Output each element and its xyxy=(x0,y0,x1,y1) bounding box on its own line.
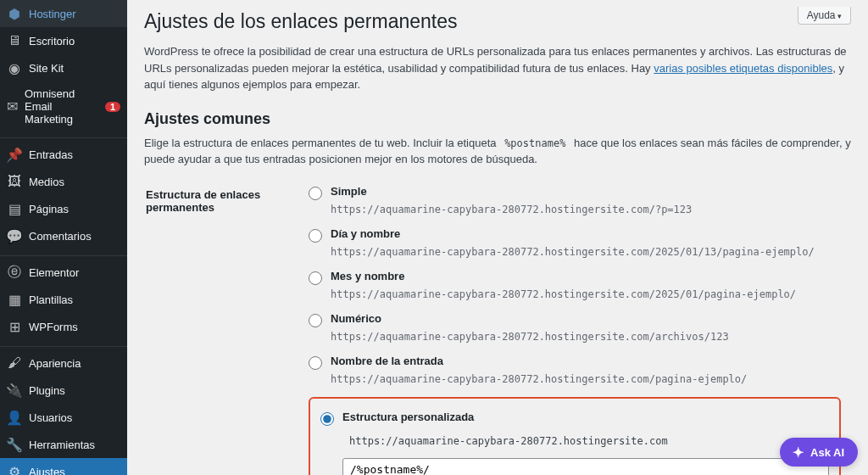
example-url-1: https://aquamarine-capybara-280772.hosti… xyxy=(331,246,841,258)
sidebar-label: Herramientas xyxy=(29,439,95,451)
settings-icon-0: 🖌 xyxy=(7,355,22,371)
intro-text: WordPress te ofrece la posibilidad de cr… xyxy=(144,43,851,93)
radio-custom-label: Estructura personalizada xyxy=(342,411,474,423)
sidebar-label: Elementor xyxy=(29,266,79,279)
sidebar-item-top-3[interactable]: ✉Omnisend Email Marketing1 xyxy=(0,81,127,131)
sparkle-icon: ✦ xyxy=(790,444,805,460)
radio-label-1: Día y nombre xyxy=(331,227,400,240)
sidebar-item-content-1[interactable]: 🖼Medios xyxy=(0,168,127,195)
radio-label-3: Numérico xyxy=(331,312,381,325)
radio-option-2[interactable] xyxy=(309,271,322,285)
radio-option-1[interactable] xyxy=(309,229,322,243)
builders-icon-2: ⊞ xyxy=(7,319,22,334)
sidebar-label: Medios xyxy=(29,176,64,188)
sidebar-item-content-3[interactable]: 💬Comentarios xyxy=(0,222,127,249)
page-title: Ajustes de los enlaces permanentes xyxy=(144,0,851,36)
radio-custom[interactable] xyxy=(320,412,334,426)
tags-help-link[interactable]: varias posibles etiquetas disponibles xyxy=(654,62,832,75)
sidebar-item-settings-0[interactable]: 🖌Apariencia xyxy=(0,349,127,377)
top-icon-1: 🖥 xyxy=(7,33,22,48)
example-url-0: https://aquamarine-capybara-280772.hosti… xyxy=(331,204,841,215)
content-icon-1: 🖼 xyxy=(7,174,22,189)
builders-icon-0: ⓔ xyxy=(7,265,22,280)
sidebar-item-builders-1[interactable]: ▦Plantillas xyxy=(0,286,127,313)
content-icon-0: 📌 xyxy=(7,147,22,162)
sidebar-label: Usuarios xyxy=(29,411,72,424)
sidebar-item-top-2[interactable]: ◉Site Kit xyxy=(0,54,127,81)
custom-structure-box: Estructura personalizada https://aquamar… xyxy=(309,397,841,476)
sidebar-item-top-0[interactable]: ⬢Hostinger xyxy=(0,0,127,27)
sidebar-item-content-0[interactable]: 📌Entradas xyxy=(0,141,127,168)
structure-label: Estructura de enlaces permanentes xyxy=(146,180,298,476)
ask-ai-button[interactable]: ✦ Ask AI xyxy=(780,438,858,467)
example-url-3: https://aquamarine-capybara-280772.hosti… xyxy=(331,331,841,343)
sidebar-label: Ajustes xyxy=(29,466,65,476)
sidebar-item-settings-1[interactable]: 🔌Plugins xyxy=(0,377,127,404)
sidebar-item-settings-4[interactable]: ⚙Ajustes xyxy=(0,458,127,475)
sidebar-item-settings-3[interactable]: 🔧Herramientas xyxy=(0,431,127,458)
content-icon-2: ▤ xyxy=(7,201,22,216)
sidebar-label: WPForms xyxy=(29,321,78,333)
settings-icon-2: 👤 xyxy=(7,410,22,425)
top-icon-0: ⬢ xyxy=(7,6,22,21)
example-url-4: https://aquamarine-capybara-280772.hosti… xyxy=(331,373,841,385)
builders-icon-1: ▦ xyxy=(7,292,22,307)
radio-label-0: Simple xyxy=(331,185,367,198)
settings-icon-1: 🔌 xyxy=(7,383,22,398)
sidebar-label: Plugins xyxy=(29,384,65,397)
help-tab[interactable]: Ayuda xyxy=(798,7,851,25)
radio-option-3[interactable] xyxy=(309,314,322,327)
main-content: Ayuda Ajustes de los enlaces permanentes… xyxy=(127,0,868,475)
sidebar-item-settings-2[interactable]: 👤Usuarios xyxy=(0,404,127,431)
sidebar-item-builders-0[interactable]: ⓔElementor xyxy=(0,259,127,286)
sidebar-label: Apariencia xyxy=(29,357,81,370)
sidebar-label: Escritorio xyxy=(29,35,75,48)
postname-tag-code: %postname% xyxy=(499,136,570,151)
sidebar-label: Plantillas xyxy=(29,293,73,306)
sidebar-label: Hostinger xyxy=(29,8,76,20)
sidebar-item-content-2[interactable]: ▤Páginas xyxy=(0,195,127,222)
radio-option-0[interactable] xyxy=(309,187,322,200)
sidebar-label: Site Kit xyxy=(29,62,64,75)
radio-label-2: Mes y nombre xyxy=(331,270,404,282)
top-icon-3: ✉ xyxy=(7,99,18,115)
common-settings-desc: Elige la estructura de enlaces permanent… xyxy=(144,135,851,168)
badge: 1 xyxy=(105,102,120,112)
custom-structure-input[interactable] xyxy=(342,458,829,476)
top-icon-2: ◉ xyxy=(7,60,22,75)
sidebar-label: Comentarios xyxy=(29,230,92,243)
sidebar-item-top-1[interactable]: 🖥Escritorio xyxy=(0,27,127,54)
custom-url-prefix: https://aquamarine-capybara-280772.hosti… xyxy=(342,431,675,451)
radio-label-4: Nombre de la entrada xyxy=(331,355,443,367)
sidebar-label: Entradas xyxy=(29,148,73,161)
content-icon-3: 💬 xyxy=(7,228,22,243)
settings-icon-4: ⚙ xyxy=(7,464,22,475)
common-settings-heading: Ajustes comunes xyxy=(144,110,851,128)
radio-option-4[interactable] xyxy=(309,356,322,370)
sidebar-item-builders-2[interactable]: ⊞WPForms xyxy=(0,313,127,340)
sidebar-label: Páginas xyxy=(29,203,69,215)
admin-sidebar: ⬢Hostinger🖥Escritorio◉Site Kit✉Omnisend … xyxy=(0,0,127,475)
example-url-2: https://aquamarine-capybara-280772.hosti… xyxy=(331,288,841,300)
settings-icon-3: 🔧 xyxy=(7,437,22,452)
sidebar-label: Omnisend Email Marketing xyxy=(25,87,95,126)
